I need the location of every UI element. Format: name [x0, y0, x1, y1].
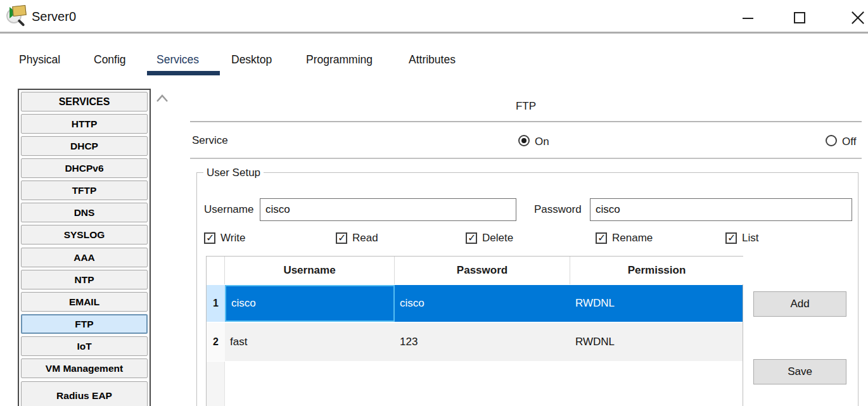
sidebar-item-radius-eap[interactable]: Radius EAP — [21, 381, 148, 406]
sidebar-item-ntp[interactable]: NTP — [21, 270, 148, 289]
titlebar-divider — [0, 32, 868, 34]
envelope-icon — [12, 5, 27, 16]
sidebar-header-services: SERVICES — [21, 92, 148, 111]
sidebar-item-email[interactable]: EMAIL — [21, 292, 148, 312]
magnifier-handle-icon — [17, 19, 25, 27]
username-input[interactable] — [260, 198, 516, 221]
col-header-password: Password — [395, 257, 570, 284]
table-row[interactable]: 2 fast 123 RWDNL — [207, 323, 743, 361]
cell-password[interactable]: 123 — [395, 323, 570, 361]
scroll-up-icon[interactable] — [155, 92, 170, 105]
sidebar-item-iot[interactable]: IoT — [21, 336, 148, 356]
tab-services[interactable]: Services — [156, 53, 199, 67]
divider — [190, 158, 862, 159]
row-number: 1 — [207, 285, 225, 322]
row-number-column — [207, 362, 225, 406]
sidebar-item-tftp[interactable]: TFTP — [21, 181, 148, 200]
row-number: 2 — [207, 323, 225, 361]
active-tab-underline — [147, 71, 220, 75]
col-header-permission: Permission — [570, 257, 743, 284]
cell-username[interactable]: cisco — [225, 285, 395, 322]
sidebar-item-aaa[interactable]: AAA — [21, 248, 148, 267]
minimize-icon[interactable] — [743, 18, 753, 19]
read-checkbox[interactable]: Read — [336, 232, 378, 244]
user-table: Username Password Permission 1 cisco cis… — [206, 256, 743, 406]
sidebar-item-dhcp[interactable]: DHCP — [21, 136, 148, 156]
password-label: Password — [534, 203, 582, 216]
save-button[interactable]: Save — [753, 359, 846, 384]
close-icon[interactable] — [851, 11, 865, 25]
sidebar-item-dns[interactable]: DNS — [21, 203, 148, 222]
rename-checkbox[interactable]: Rename — [596, 232, 653, 244]
sidebar-item-http[interactable]: HTTP — [21, 114, 148, 134]
cell-permission[interactable]: RWDNL — [570, 323, 743, 361]
checkbox-checked-icon — [725, 232, 737, 244]
service-label: Service — [192, 134, 228, 147]
service-off-radio[interactable] — [826, 135, 837, 146]
checkbox-checked-icon — [466, 232, 477, 244]
tab-physical[interactable]: Physical — [19, 53, 60, 67]
cell-username[interactable]: fast — [225, 323, 395, 361]
tab-programming[interactable]: Programming — [306, 53, 373, 67]
sidebar-item-ftp[interactable]: FTP — [21, 314, 148, 334]
window-title: Server0 — [32, 10, 76, 24]
cell-permission[interactable]: RWDNL — [570, 285, 743, 322]
col-header-username: Username — [225, 257, 395, 284]
row-number-header — [207, 257, 225, 284]
username-label: Username — [204, 203, 253, 216]
service-on-radio[interactable] — [518, 135, 530, 146]
sidebar-item-syslog[interactable]: SYSLOG — [21, 225, 148, 244]
checkbox-checked-icon — [596, 232, 607, 244]
checkbox-checked-icon — [204, 232, 215, 244]
tab-config[interactable]: Config — [94, 53, 126, 67]
device-dialog-icon — [6, 4, 28, 27]
write-checkbox[interactable]: Write — [204, 232, 245, 244]
service-off-label: Off — [842, 136, 856, 148]
sidebar-item-vm-management[interactable]: VM Management — [21, 358, 148, 378]
checkbox-checked-icon — [336, 232, 347, 244]
service-on-label: On — [535, 136, 549, 148]
password-input[interactable] — [590, 198, 852, 221]
add-button[interactable]: Add — [753, 291, 846, 317]
delete-checkbox[interactable]: Delete — [466, 232, 513, 244]
maximize-icon[interactable] — [794, 12, 805, 23]
divider — [190, 121, 862, 122]
page-title: FTP — [190, 100, 862, 113]
sidebar-item-dhcpv6[interactable]: DHCPv6 — [21, 158, 148, 178]
services-sidebar: SERVICES HTTP DHCP DHCPv6 TFTP DNS SYSLO… — [18, 89, 151, 406]
list-checkbox[interactable]: List — [725, 232, 758, 244]
tab-desktop[interactable]: Desktop — [231, 53, 272, 67]
user-setup-legend: User Setup — [203, 167, 264, 179]
table-row[interactable]: 1 cisco cisco RWDNL — [207, 285, 743, 322]
cell-password[interactable]: cisco — [395, 285, 570, 322]
tab-attributes[interactable]: Attributes — [409, 53, 456, 67]
